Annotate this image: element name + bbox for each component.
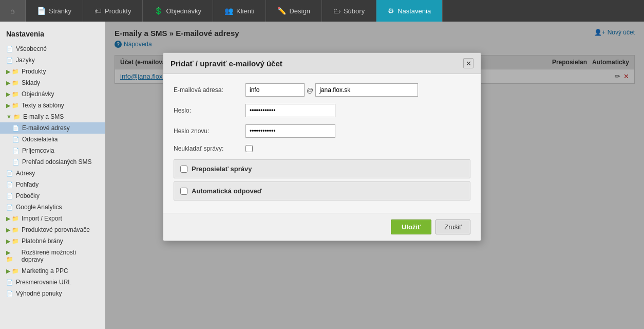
sidebar-item-presmerovanie-url[interactable]: 📄 Presmerovanie URL — [0, 277, 105, 288]
email-label: E-mailová adresa: — [174, 86, 245, 94]
email-at-symbol: @ — [307, 86, 313, 94]
sidebar-item-import-export[interactable]: ▶ 📁 Import / Export — [0, 213, 105, 224]
sidebar-item-texty[interactable]: ▶ 📁 Texty a šablóny — [0, 100, 105, 111]
sidebar-item-vseobecne[interactable]: 📄 Všeobecné — [0, 43, 105, 54]
nastavenia-icon: ⚙ — [388, 7, 394, 15]
modal-overlay: Pridať / upraviť e-mailový účet ✕ E-mail… — [105, 22, 644, 329]
no-save-checkbox[interactable] — [245, 145, 253, 152]
file-icon: 📄 — [12, 125, 20, 132]
folder-icon: ▶ 📁 — [6, 68, 19, 75]
modal-close-button[interactable]: ✕ — [463, 58, 473, 68]
sidebar-item-platobne-brany[interactable]: ▶ 📁 Platobné brány — [0, 235, 105, 247]
objednavky-icon: 💲 — [154, 7, 163, 15]
sidebar-item-pobocky[interactable]: 📄 Pobočky — [0, 190, 105, 202]
password-confirm-input[interactable] — [245, 124, 335, 138]
top-navigation: ⌂ 📄 Stránky 🏷 Produkty 💲 Objednávky 👥 Kl… — [0, 0, 644, 22]
folder-icon: ▶ 📁 — [6, 227, 19, 233]
folder-icon: ▶ 📁 — [6, 238, 19, 245]
sidebar-item-google-analytics[interactable]: 📄 Google Analytics — [0, 202, 105, 213]
modal-dialog: Pridať / upraviť e-mailový účet ✕ E-mail… — [163, 52, 481, 241]
modal-title: Pridať / upraviť e-mailový účet — [171, 59, 282, 68]
nav-design[interactable]: ✏️ Design — [266, 0, 321, 22]
folder-icon: ▶ 📁 — [6, 102, 19, 109]
sidebar-item-sklady[interactable]: ▶ 📁 Sklady — [0, 77, 105, 88]
email-input[interactable] — [245, 83, 305, 97]
collapsible-auto-answer-header[interactable]: Automatická odpoveď — [174, 182, 470, 200]
sidebar-item-produktove-porovnavace[interactable]: ▶ 📁 Produktové porovnávače — [0, 224, 105, 235]
password-confirm-label: Heslo znovu: — [174, 127, 245, 135]
klienti-icon: 👥 — [224, 7, 233, 15]
nav-stranky[interactable]: 📄 Stránky — [26, 0, 83, 22]
modal-footer: Uložiť Zrušiť — [163, 213, 481, 241]
main-layout: Nastavenia 📄 Všeobecné 📄 Jazyky ▶ 📁 Prod… — [0, 22, 644, 329]
password-input[interactable] — [245, 104, 335, 117]
email-field: @ — [245, 83, 418, 97]
folder-icon: ▶ 📁 — [6, 80, 19, 86]
collapsible-preposielat-header[interactable]: Preposielať správy — [174, 160, 470, 178]
sidebar-item-odosielatelia[interactable]: 📄 Odosielatelia — [0, 134, 105, 145]
nav-produkty[interactable]: 🏷 Produkty — [83, 0, 143, 22]
no-save-row: Neukladať správy: — [174, 145, 470, 152]
nav-objednavky[interactable]: 💲 Objednávky — [143, 0, 213, 22]
file-icon: 📄 — [6, 193, 13, 199]
subory-icon: 🗁 — [333, 7, 340, 15]
cancel-button[interactable]: Zrušiť — [435, 220, 470, 234]
folder-icon: ▶ 📁 — [6, 215, 19, 222]
preposielat-checkbox[interactable] — [180, 166, 187, 173]
collapsible-auto-answer: Automatická odpoveď — [174, 181, 470, 200]
design-icon: ✏️ — [277, 7, 286, 15]
home-icon: ⌂ — [11, 7, 15, 15]
auto-answer-checkbox[interactable] — [180, 188, 187, 195]
sidebar: Nastavenia 📄 Všeobecné 📄 Jazyky ▶ 📁 Prod… — [0, 22, 105, 329]
file-icon: 📄 — [6, 279, 13, 286]
nav-subory[interactable]: 🗁 Súbory — [322, 0, 376, 22]
file-icon: 📄 — [12, 136, 20, 143]
sidebar-item-marketing-ppc[interactable]: ▶ 📁 Marketing a PPC — [0, 265, 105, 277]
sidebar-item-objednavky[interactable]: ▶ 📁 Objednávky — [0, 88, 105, 100]
close-icon: ✕ — [466, 60, 471, 67]
folder-icon: ▼ 📁 — [6, 114, 21, 120]
file-icon: 📄 — [6, 290, 13, 297]
modal-header: Pridať / upraviť e-mailový účet ✕ — [163, 53, 481, 74]
sidebar-item-jazyky[interactable]: 📄 Jazyky — [0, 54, 105, 66]
folder-icon: ▶ 📁 — [6, 268, 19, 275]
email-domain-input[interactable] — [315, 83, 418, 97]
sidebar-item-rozsirene-dopravy[interactable]: ▶ 📁 Rozšírené možnosti dopravy — [0, 247, 105, 265]
sidebar-item-prijemcovia[interactable]: 📄 Príjemcovia — [0, 145, 105, 156]
file-icon: 📄 — [6, 204, 13, 211]
sidebar-item-prehlaad-sms[interactable]: 📄 Prehľad odoslaných SMS — [0, 156, 105, 168]
content-area: E-maily a SMS » E-mailové adresy ? Nápov… — [105, 22, 644, 329]
sidebar-item-adresy[interactable]: 📄 Adresy — [0, 168, 105, 179]
modal-body: E-mailová adresa: @ Heslo: — [163, 74, 481, 213]
sidebar-item-pohady[interactable]: 📄 Pohľady — [0, 179, 105, 190]
password-confirm-row: Heslo znovu: — [174, 124, 470, 138]
sidebar-item-emailove-adresy[interactable]: 📄 E-mailové adresy — [0, 122, 105, 134]
save-button[interactable]: Uložiť — [391, 220, 431, 234]
file-icon: 📄 — [6, 170, 13, 177]
sidebar-item-produkty[interactable]: ▶ 📁 Produkty — [0, 66, 105, 77]
no-save-label: Neukladať správy: — [174, 145, 245, 152]
file-icon: 📄 — [6, 181, 13, 188]
file-icon: 📄 — [6, 57, 13, 64]
email-field-row: E-mailová adresa: @ — [174, 83, 470, 97]
sidebar-item-emaily-sms[interactable]: ▼ 📁 E-maily a SMS — [0, 111, 105, 122]
sidebar-item-vyhodne-ponuky[interactable]: 📄 Výhodné ponuky — [0, 288, 105, 299]
password-field-row: Heslo: — [174, 104, 470, 117]
home-button[interactable]: ⌂ — [0, 0, 26, 22]
file-icon: 📄 — [12, 159, 20, 166]
sidebar-title: Nastavenia — [0, 27, 105, 43]
password-label: Heslo: — [174, 107, 245, 114]
nav-klienti[interactable]: 👥 Klienti — [213, 0, 266, 22]
stranky-icon: 📄 — [37, 7, 46, 15]
folder-icon: ▶ 📁 — [6, 249, 19, 263]
nav-nastavenia[interactable]: ⚙ Nastavenia — [376, 0, 443, 22]
file-icon: 📄 — [12, 148, 20, 154]
produkty-icon: 🏷 — [94, 7, 102, 15]
file-icon: 📄 — [6, 46, 13, 52]
folder-icon: ▶ 📁 — [6, 91, 19, 98]
collapsible-preposielat: Preposielať správy — [174, 159, 470, 178]
